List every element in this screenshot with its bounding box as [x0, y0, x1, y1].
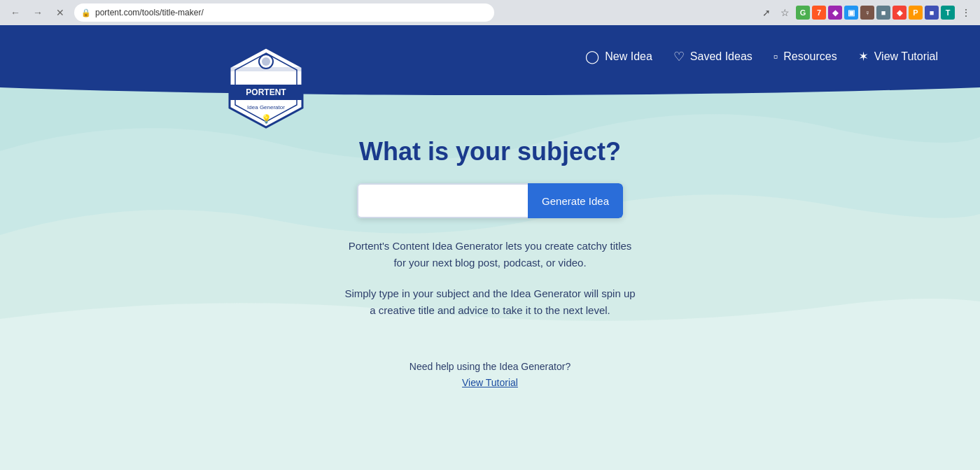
new-idea-icon: ◯	[585, 49, 599, 64]
search-container: Generate Idea	[357, 183, 623, 218]
lock-icon: 🔒	[81, 8, 91, 17]
svg-text:Idea Generator: Idea Generator	[247, 104, 285, 111]
share-icon[interactable]: ➚	[760, 6, 774, 20]
nav-links: ◯ New Idea ♡ Saved Ideas ▫ Resources ✶ V…	[585, 49, 938, 71]
main-heading: What is your subject?	[359, 137, 621, 166]
saved-ideas-nav-link[interactable]: ♡ Saved Ideas	[673, 49, 752, 64]
tutorial-icon: ✶	[858, 49, 869, 64]
menu-icon[interactable]: ⋮	[959, 6, 973, 20]
ext-7[interactable]: ◆	[892, 6, 906, 20]
ext-1[interactable]: G	[796, 6, 810, 20]
view-tutorial-nav-link[interactable]: ✶ View Tutorial	[858, 49, 938, 64]
ext-3[interactable]: ◆	[828, 6, 842, 20]
ext-4[interactable]: ▣	[844, 6, 858, 20]
logo-container: PORTENT Idea Generator 💡	[224, 46, 308, 143]
saved-ideas-label: Saved Ideas	[690, 50, 752, 63]
help-text: Need help using the Idea Generator?	[410, 361, 570, 372]
tutorial-link[interactable]: View Tutorial	[462, 377, 518, 388]
new-idea-label: New Idea	[605, 50, 652, 63]
browser-actions: ➚ ☆ G 7 ◆ ▣ ♀ ■ ◆ P ■ T ⋮	[760, 6, 973, 20]
bookmark-icon[interactable]: ☆	[778, 6, 792, 20]
generate-idea-button[interactable]: Generate Idea	[528, 183, 623, 218]
nav-header: ◯ New Idea ♡ Saved Ideas ▫ Resources ✶ V…	[0, 25, 980, 95]
logo-svg: PORTENT Idea Generator 💡	[224, 46, 308, 141]
resources-icon: ▫	[774, 50, 778, 64]
svg-point-9	[262, 57, 270, 66]
address-bar[interactable]: 🔒 portent.com/tools/title-maker/	[74, 3, 494, 22]
resources-label: Resources	[783, 50, 836, 63]
subject-input[interactable]	[357, 183, 528, 218]
ext-6[interactable]: ■	[876, 6, 890, 20]
extension-icons: G 7 ◆ ▣ ♀ ■ ◆ P ■ T	[796, 6, 955, 20]
description-paragraph-2: Simply type in your subject and the Idea…	[343, 285, 637, 319]
ext-8[interactable]: P	[909, 6, 923, 20]
saved-ideas-icon: ♡	[673, 49, 685, 64]
ext-5[interactable]: ♀	[860, 6, 874, 20]
resources-nav-link[interactable]: ▫ Resources	[774, 50, 837, 64]
browser-chrome: ← → ✕ 🔒 portent.com/tools/title-maker/ ➚…	[0, 0, 980, 25]
ext-2[interactable]: 7	[812, 6, 826, 20]
reload-button[interactable]: ✕	[52, 4, 69, 21]
ext-10[interactable]: T	[941, 6, 955, 20]
svg-text:💡: 💡	[261, 113, 272, 124]
content-area: What is your subject? Generate Idea Port…	[0, 95, 980, 389]
back-button[interactable]: ←	[7, 4, 24, 21]
svg-text:PORTENT: PORTENT	[246, 87, 286, 97]
view-tutorial-label: View Tutorial	[874, 50, 938, 63]
app-container: ◯ New Idea ♡ Saved Ideas ▫ Resources ✶ V…	[0, 25, 980, 470]
url-text: portent.com/tools/title-maker/	[95, 8, 204, 17]
ext-9[interactable]: ■	[925, 6, 939, 20]
help-section: Need help using the Idea Generator? View…	[410, 361, 570, 389]
new-idea-nav-link[interactable]: ◯ New Idea	[585, 49, 652, 64]
forward-button[interactable]: →	[29, 4, 46, 21]
description-paragraph-1: Portent's Content Idea Generator lets yo…	[343, 238, 637, 271]
